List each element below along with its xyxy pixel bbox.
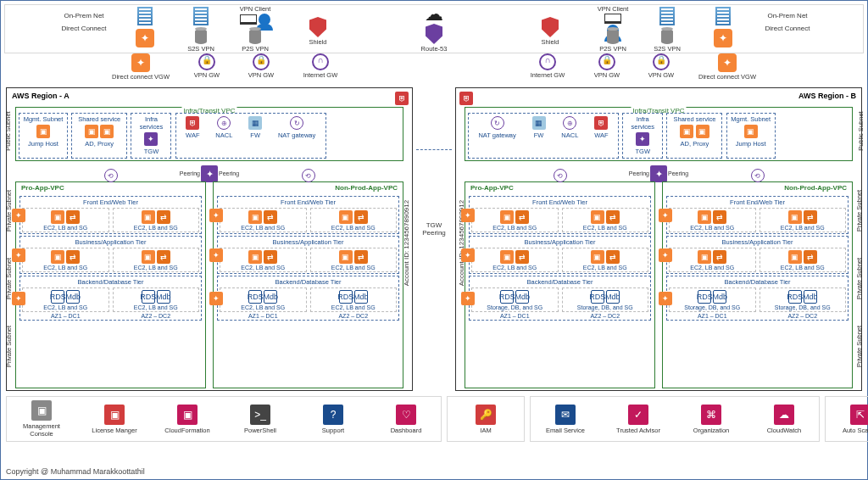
aws-region-a: ⛨ AWS Region - A Account ID: 12345678909…: [6, 87, 413, 391]
building-icon: [137, 7, 153, 25]
peering-hub-icon: ✦: [650, 165, 667, 182]
lb-icon: ⇄: [157, 210, 170, 224]
email-icon: ✉: [555, 405, 576, 425]
laptop-icon: [240, 14, 257, 25]
region-b-title: AWS Region - B: [798, 92, 856, 100]
support-icon: ?: [323, 405, 343, 425]
ad-icon: ▣: [85, 125, 98, 138]
peering-hub-icon: ✦: [201, 165, 218, 182]
tier-anchor-icon: ✦: [209, 248, 223, 262]
p2s-cyl-b: P2S VPN: [583, 29, 643, 53]
aws-region-b: ⛨ AWS Region - B Account ID: 12345678909…: [455, 87, 862, 391]
route53: Route-53: [404, 24, 464, 53]
svc-powershell: >_PowerShell: [231, 405, 290, 434]
onprem-building-a: [115, 7, 175, 26]
tgw-peering-label: TGW Peering: [422, 221, 446, 237]
onprem-labels-left: On-Prem Net Direct Connect: [54, 12, 114, 37]
shield-b: Shield: [520, 17, 580, 46]
ec2-icon: ▣: [142, 250, 155, 264]
route53-icon: [426, 24, 442, 44]
console-icon: ▣: [31, 400, 52, 421]
powershell-icon: >_: [250, 405, 270, 425]
lb-icon: ⇄: [157, 250, 170, 264]
gateway-row: Direct connect VGW 🔒VPN GW 🔒VPN GW ∩Inte…: [1, 53, 867, 86]
infra-services-a: ⛨WAF ⊕NACL ▦FW ↻NAT gateway: [175, 113, 326, 159]
svc-iam: 🔑IAM: [456, 405, 515, 434]
az1: ▣⇄EC2, LB and SG: [22, 208, 109, 232]
nacl-icon: ⊕: [563, 116, 576, 130]
peering-icon: ⟲: [751, 169, 765, 182]
mariadb-icon: Mdb: [157, 290, 170, 304]
pro-app-vpc-a: ⟲ Peering Pro-App-VPC ✦ Front End/Web Ti…: [15, 181, 206, 388]
rds-icon: RDS: [142, 290, 155, 304]
vpn-cylinder-icon: [661, 29, 673, 44]
s2s-cyl-b: S2S VPN: [637, 29, 697, 53]
private-subnet-label-a3: Private Subnet: [5, 326, 13, 367]
shield-icon: [309, 17, 326, 37]
building-icon: [715, 7, 731, 25]
tier-anchor-icon: ✦: [12, 292, 25, 305]
svc-cloudwatch: ☁CloudWatch: [754, 405, 814, 434]
trusted-advisor-icon: ✓: [628, 405, 648, 425]
s2s-b: [637, 7, 697, 26]
dc-vgw-a: Direct connect VGW: [103, 53, 179, 81]
iam-icon: 🔑: [476, 405, 496, 425]
tgw-icon: ✦: [636, 132, 649, 146]
nat-icon: ↻: [491, 116, 504, 130]
p2s-cyl-a: P2S VPN: [225, 29, 285, 53]
tgw-peering-line: [416, 149, 452, 150]
lb-icon: ⇄: [66, 210, 80, 224]
direct-connect-icon: [136, 29, 154, 47]
region-a-title: AWS Region - A: [12, 92, 70, 100]
back-tier: ✦ Backend/Database Tier RDSMdbEC2, LB an…: [19, 276, 202, 321]
nonprod-app-vpc-b: ⟲ Peering Non-Prod-App-VPC ✦Front End/We…: [662, 181, 853, 388]
vpc-row-a: ⟲ Peering Pro-App-VPC ✦ Front End/Web Ti…: [15, 181, 403, 388]
dashboard-icon: ♡: [396, 405, 416, 425]
direct-connect-label: Direct Connect: [54, 25, 114, 32]
s2s-cyl-a: S2S VPN: [171, 29, 231, 53]
igw-ring-icon: ∩: [312, 53, 329, 70]
s2s-a: [171, 7, 231, 26]
front-tier: ✦ Front End/Web Tier ▣⇄EC2, LB and SG ▣⇄…: [19, 196, 202, 234]
peering-icon: ⟲: [302, 169, 315, 182]
laptop-icon: [604, 14, 621, 24]
svc-mgmt-console: ▣Management Console: [12, 400, 71, 438]
person-icon: [259, 14, 270, 25]
ec2-icon: ▣: [51, 250, 64, 264]
ec2-icon: ▣: [51, 210, 64, 224]
tier-anchor-icon: ✦: [209, 209, 223, 222]
svc-email: ✉Email Service: [536, 405, 595, 434]
svc-group-center: 🔑IAM: [447, 396, 525, 442]
dc-icon-a: [115, 29, 175, 48]
peering-icon: ⟲: [554, 169, 567, 182]
vpn-gw-b2: 🔒VPN GW: [623, 53, 699, 79]
tier-anchor-icon: ✦: [12, 209, 25, 222]
waf-icon: ⛨: [594, 116, 608, 130]
svc-auto-scaling: ⇱Auto Scaling: [831, 405, 868, 434]
svc-organization: ⌘Organization: [682, 405, 741, 434]
svc-group-right: ✉Email Service ✓Trusted Advisor ⌘Organiz…: [530, 396, 820, 442]
cloudwatch-icon: ☁: [774, 405, 794, 425]
onprem-labels-right: On-Prem Net Direct Connect: [758, 12, 817, 37]
aws-shield-icon: ⛨: [395, 92, 409, 105]
lock-ring-icon: 🔒: [198, 53, 215, 70]
tier-anchor-icon: ✦: [209, 292, 223, 305]
vpn-client-a: VPN Client: [225, 5, 285, 27]
biz-tier: ✦ Business/Application Tier ▣⇄EC2, LB an…: [19, 236, 202, 274]
shared-service-b: Shared service ▣ ▣ AD, Proxy: [666, 113, 722, 159]
svc-cloudformation: ▣CloudFormation: [158, 405, 217, 434]
onprem-net-label: On-Prem Net: [54, 12, 114, 20]
infra-transit-vpc-b: Infra/Transit VPC ↻NAT gateway ▦FW ⊕NACL…: [465, 107, 853, 161]
tgw-b-box: Infra services ✦ TGW: [622, 113, 663, 159]
nonprod-app-vpc-a: ⟲ Peering Non-Prod-App-VPC ✦Front End/We…: [213, 181, 403, 388]
onprem-net-label-r: On-Prem Net: [758, 12, 817, 20]
svc-trusted-advisor: ✓Trusted Advisor: [609, 405, 668, 434]
direct-connect-label-r: Direct Connect: [758, 25, 817, 32]
fw-icon: ▦: [248, 116, 262, 130]
shield-a: Shield: [288, 17, 348, 46]
building-icon: [659, 7, 675, 25]
organization-icon: ⌘: [701, 405, 721, 425]
ec2-icon: ▣: [142, 210, 155, 224]
mariadb-icon: Mdb: [66, 290, 80, 304]
copyright-text: Copyright @ Muhammad Marakkoottathil: [6, 467, 145, 476]
